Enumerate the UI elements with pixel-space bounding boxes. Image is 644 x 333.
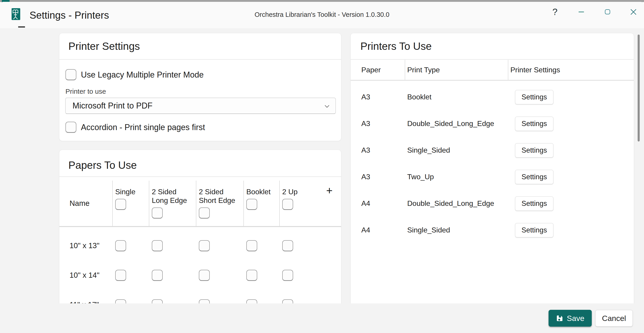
table-row: A3 Single_Sided Settings	[351, 137, 634, 164]
table-row: A4 Double_Sided_Long_Edge Settings	[351, 190, 634, 217]
main-content: Printer Settings Use Legacy Multiple Pri…	[0, 28, 644, 303]
papers-table-body: 10" x 13" 10" x 14"	[59, 227, 341, 303]
save-label: Save	[567, 314, 584, 323]
long-edge-checkbox[interactable]	[152, 270, 163, 281]
single-checkbox[interactable]	[115, 299, 126, 304]
column-header-print-type: Print Type	[405, 60, 508, 80]
text-numbers-icon	[18, 26, 25, 28]
short-edge-checkbox[interactable]	[199, 270, 210, 281]
cell	[196, 270, 244, 281]
single-column-checkbox[interactable]	[115, 199, 126, 210]
two-up-checkbox[interactable]	[282, 270, 293, 281]
long-edge-checkbox[interactable]	[152, 299, 163, 304]
papers-table-header: Name Single 2 Sided Long Edge 2 Sided Sh…	[59, 181, 341, 227]
column-header-2sided-long: 2 Sided Long Edge	[149, 181, 196, 226]
printer-select[interactable]: Microsoft Print to PDF	[65, 98, 336, 114]
paper-value: A3	[351, 173, 405, 181]
save-button[interactable]: Save	[548, 310, 592, 327]
print-type-value: Booklet	[405, 93, 508, 101]
add-paper-button[interactable]: +	[326, 185, 332, 196]
cell	[113, 240, 149, 251]
table-row: 10" x 14"	[59, 260, 341, 290]
two-up-checkbox[interactable]	[282, 299, 293, 304]
settings-button[interactable]: Settings	[515, 196, 554, 211]
print-type-value: Single_Sided	[405, 226, 508, 234]
two-up-column-checkbox[interactable]	[282, 199, 293, 210]
cell	[280, 270, 315, 281]
content-scrollbar[interactable]	[638, 35, 640, 141]
app-window: Settings - Printers Orchestra Librarian'…	[0, 2, 644, 333]
chevron-down-icon	[324, 105, 330, 108]
printers-table-body: A3 Booklet Settings A3 Double_Sided_Long…	[351, 81, 634, 243]
single-checkbox[interactable]	[115, 270, 126, 281]
table-row: 11" x 17"	[59, 290, 341, 303]
cell: Settings	[508, 223, 634, 237]
footer-bar: Save Cancel	[0, 303, 644, 333]
maximize-icon	[605, 9, 610, 14]
column-header-paper: Paper	[351, 60, 405, 80]
cell	[149, 270, 196, 281]
print-type-value: Double_Sided_Long_Edge	[405, 199, 508, 208]
single-checkbox[interactable]	[115, 240, 126, 251]
booklet-checkbox[interactable]	[246, 299, 257, 304]
printer-select-value: Microsoft Print to PDF	[72, 101, 152, 111]
cell: Settings	[508, 90, 634, 104]
cell: Settings	[508, 116, 634, 131]
printers-to-use-card: Printers To Use Paper Print Type Printer…	[350, 33, 634, 303]
short-edge-column-checkbox[interactable]	[199, 207, 210, 219]
add-paper-cell: +	[315, 181, 341, 226]
cell	[280, 240, 315, 251]
column-header-printer-settings: Printer Settings	[508, 60, 634, 80]
cell: Settings	[508, 196, 634, 211]
short-edge-header-label: 2 Sided Short Edge	[199, 187, 238, 205]
minimize-icon	[578, 12, 584, 12]
cancel-button[interactable]: Cancel	[595, 310, 633, 327]
booklet-column-checkbox[interactable]	[246, 199, 257, 210]
single-header-label: Single	[115, 187, 149, 196]
paper-value: A3	[351, 119, 405, 128]
paper-name: 11" x 17"	[59, 300, 113, 303]
print-type-header-label: Print Type	[407, 66, 440, 74]
settings-button[interactable]: Settings	[515, 170, 554, 184]
printer-settings-card: Printer Settings Use Legacy Multiple Pri…	[59, 33, 341, 141]
booklet-header-label: Booklet	[246, 187, 279, 196]
table-row: A3 Two_Up Settings	[351, 164, 634, 190]
settings-button[interactable]: Settings	[515, 90, 554, 104]
cell: Settings	[508, 143, 634, 158]
paper-value: A4	[351, 199, 405, 208]
table-row: A3 Booklet Settings	[351, 84, 634, 110]
settings-button[interactable]: Settings	[515, 116, 554, 131]
cell	[149, 299, 196, 304]
close-icon	[630, 9, 636, 15]
paper-value: A4	[351, 226, 405, 234]
maximize-button[interactable]	[600, 5, 614, 19]
two-up-checkbox[interactable]	[282, 240, 293, 251]
booklet-checkbox[interactable]	[246, 240, 257, 251]
column-header-single: Single	[113, 181, 149, 226]
cell	[244, 240, 280, 251]
help-button[interactable]: ?	[548, 5, 562, 19]
printer-to-use-label: Printer to use	[66, 88, 341, 95]
divider	[59, 59, 341, 60]
long-edge-header-label: 2 Sided Long Edge	[152, 187, 190, 205]
paper-value: A3	[351, 146, 405, 154]
legacy-mode-checkbox[interactable]	[66, 69, 76, 80]
minimize-button[interactable]	[574, 5, 588, 19]
cell	[244, 299, 280, 304]
accordion-checkbox[interactable]	[66, 122, 76, 133]
two-up-header-label: 2 Up	[282, 187, 315, 196]
long-edge-checkbox[interactable]	[152, 240, 163, 251]
booklet-checkbox[interactable]	[246, 270, 257, 281]
print-type-value: Double_Sided_Long_Edge	[405, 119, 508, 128]
table-row: A4 Single_Sided Settings	[351, 217, 634, 243]
printers-title: Printers To Use	[360, 40, 634, 53]
long-edge-column-checkbox[interactable]	[152, 207, 163, 219]
settings-button[interactable]: Settings	[515, 143, 554, 158]
short-edge-checkbox[interactable]	[199, 299, 210, 304]
cell	[244, 270, 280, 281]
settings-button[interactable]: Settings	[515, 223, 554, 237]
short-edge-checkbox[interactable]	[199, 240, 210, 251]
close-button[interactable]	[626, 5, 640, 19]
paper-name: 10" x 14"	[59, 271, 113, 279]
screen: Settings - Printers Orchestra Librarian'…	[0, 0, 644, 333]
